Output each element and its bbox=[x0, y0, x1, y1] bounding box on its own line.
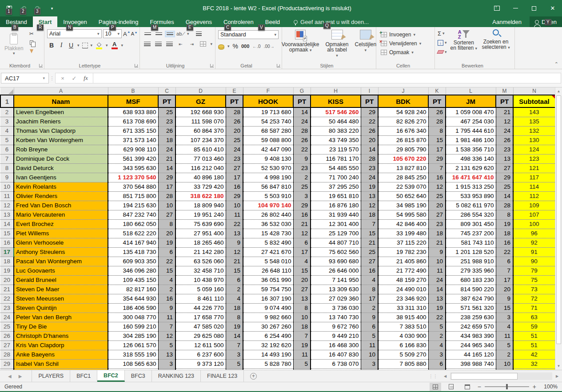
grid-cell-H25[interactable]: 9 672 760 bbox=[311, 322, 361, 331]
grid-cell-A21[interactable]: Steven De Maer bbox=[14, 285, 108, 294]
grid-cell-M11[interactable]: 14 bbox=[496, 191, 513, 201]
grid-cell-B26[interactable]: 304 285 190 bbox=[108, 331, 158, 341]
grid-cell-I3[interactable]: 22 bbox=[361, 117, 378, 126]
grid-cell-K17[interactable]: 9 bbox=[428, 247, 446, 257]
grid-cell-E8[interactable]: 27 bbox=[226, 163, 243, 173]
grid-cell-D8[interactable]: 116 212 040 bbox=[175, 163, 226, 173]
grid-cell-N29[interactable]: 32 bbox=[513, 359, 555, 368]
grid-cell-K7[interactable]: 29 bbox=[428, 154, 446, 163]
uitlijning-dialog-launcher[interactable] bbox=[210, 64, 214, 67]
grid-cell-D9[interactable]: 40 896 180 bbox=[175, 173, 226, 182]
tab-gegevens[interactable]: Gegevens bbox=[180, 16, 218, 27]
column-header-B[interactable]: B bbox=[108, 87, 158, 95]
sheet-tab-bfc2[interactable]: BFC2 bbox=[97, 370, 125, 382]
lettertype-dialog-launcher[interactable] bbox=[135, 64, 138, 67]
underline-dropdown[interactable]: ▾ bbox=[77, 43, 80, 48]
grid-cell-M3[interactable]: 12 bbox=[496, 117, 513, 126]
scroll-down-button[interactable]: ▼ bbox=[555, 362, 562, 370]
grid-cell-G6[interactable]: 22 bbox=[293, 145, 311, 154]
header-cell-D1[interactable]: GZ bbox=[175, 95, 226, 107]
grid-cell-M25[interactable]: 4 bbox=[496, 322, 513, 331]
grid-cell-I2[interactable]: 29 bbox=[361, 107, 378, 117]
grid-cell-E28[interactable]: 3 bbox=[226, 350, 243, 359]
grid-cell-K19[interactable]: 11 bbox=[428, 266, 446, 275]
row-header-7[interactable]: 7 bbox=[0, 154, 14, 163]
merge-center-button[interactable] bbox=[199, 40, 207, 48]
grid-cell-A9[interactable]: Ivan Geentjens bbox=[14, 173, 108, 182]
column-header-K[interactable]: K bbox=[428, 87, 446, 95]
column-header-G[interactable]: G bbox=[293, 87, 311, 95]
zoom-out-button[interactable]: − bbox=[478, 383, 481, 390]
grid-cell-I16[interactable]: 21 bbox=[361, 238, 378, 247]
grid-cell-K4[interactable]: 8 bbox=[428, 126, 446, 135]
paste-button[interactable]: Plakken ▾ bbox=[2, 28, 26, 60]
grid-cell-G4[interactable]: 28 bbox=[293, 126, 311, 135]
grid-cell-L20[interactable]: 680 183 230 bbox=[446, 275, 496, 285]
grid-cell-D21[interactable]: 5 059 160 bbox=[175, 285, 226, 294]
grid-cell-A19[interactable]: Luc Goovaerts bbox=[14, 266, 108, 275]
grid-cell-L28[interactable]: 44 165 120 bbox=[446, 350, 496, 359]
grid-cell-C16[interactable]: 19 bbox=[158, 238, 175, 247]
grid-cell-E4[interactable]: 20 bbox=[226, 126, 243, 135]
grid-cell-K18[interactable]: 10 bbox=[428, 257, 446, 266]
grid-cell-L16[interactable]: 581 743 110 bbox=[446, 238, 496, 247]
font-size-combo[interactable]: 10▾ bbox=[103, 29, 122, 38]
grid-cell-G21[interactable]: 27 bbox=[293, 285, 311, 294]
grid-cell-L29[interactable]: 398 988 740 bbox=[446, 359, 496, 368]
row-header-2[interactable]: 2 bbox=[0, 107, 14, 117]
header-cell-F1[interactable]: HOOK bbox=[243, 95, 293, 107]
grid-cell-E17[interactable]: 12 bbox=[226, 247, 243, 257]
grid-cell-H26[interactable]: 9 449 210 bbox=[311, 331, 361, 341]
grid-cell-N3[interactable]: 135 bbox=[513, 117, 555, 126]
insert-function-button[interactable]: fx bbox=[80, 75, 91, 82]
grid-cell-I12[interactable]: 12 bbox=[361, 201, 378, 210]
row-header-13[interactable]: 13 bbox=[0, 210, 14, 219]
grid-cell-G13[interactable]: 16 bbox=[293, 210, 311, 219]
header-cell-A1[interactable]: Naam bbox=[14, 95, 108, 107]
grid-cell-D24[interactable]: 17 658 770 bbox=[175, 313, 226, 322]
grid-cell-K21[interactable]: 14 bbox=[428, 285, 446, 294]
grid-cell-J10[interactable]: 22 539 070 bbox=[378, 182, 428, 191]
grid-cell-D13[interactable]: 19 951 240 bbox=[175, 210, 226, 219]
grid-cell-C28[interactable]: 13 bbox=[158, 350, 175, 359]
grid-cell-G11[interactable]: 3 bbox=[293, 191, 311, 201]
grid-cell-F29[interactable]: 5 828 780 bbox=[243, 359, 293, 368]
minimize-button[interactable] bbox=[506, 0, 525, 16]
grid-cell-B29[interactable]: 108 565 630 bbox=[108, 359, 158, 368]
fill-color-button[interactable]: ◇ bbox=[95, 41, 103, 49]
grid-cell-M10[interactable]: 25 bbox=[496, 182, 513, 191]
grid-cell-K25[interactable]: 5 bbox=[428, 322, 446, 331]
new-sheet-button[interactable]: + bbox=[244, 370, 263, 382]
header-cell-G1[interactable]: PT bbox=[293, 95, 311, 107]
grid-cell-L17[interactable]: 1 201 128 520 bbox=[446, 247, 496, 257]
grid-cell-C23[interactable]: 9 bbox=[158, 303, 175, 313]
currency-format-button[interactable] bbox=[218, 44, 224, 48]
grid-cell-J14[interactable]: 42 846 400 bbox=[378, 219, 428, 229]
grid-cell-G20[interactable]: 20 bbox=[293, 275, 311, 285]
grid-cell-J3[interactable]: 82 826 270 bbox=[378, 117, 428, 126]
grid-cell-C12[interactable]: 10 bbox=[158, 201, 175, 210]
grid-cell-G18[interactable]: 4 bbox=[293, 257, 311, 266]
grid-cell-M6[interactable]: 23 bbox=[496, 145, 513, 154]
collapse-ribbon-button[interactable]: ⌃ bbox=[554, 61, 558, 67]
grid-cell-A23[interactable]: Steven Quintijn bbox=[14, 303, 108, 313]
header-cell-K1[interactable]: PT bbox=[428, 95, 446, 107]
grid-cell-N15[interactable]: 96 bbox=[513, 229, 555, 238]
grid-cell-H13[interactable]: 31 939 440 bbox=[311, 210, 361, 219]
grid-cell-L25[interactable]: 242 659 570 bbox=[446, 322, 496, 331]
grid-cell-D3[interactable]: 111 598 070 bbox=[175, 117, 226, 126]
normal-view-button[interactable] bbox=[430, 383, 441, 391]
grid-cell-E13[interactable]: 11 bbox=[226, 210, 243, 219]
grid-cell-E14[interactable]: 22 bbox=[226, 219, 243, 229]
grid-cell-C20[interactable]: 4 bbox=[158, 275, 175, 285]
tab-pagina-indeling[interactable]: Pagina-indeling bbox=[93, 16, 144, 27]
grid-cell-K26[interactable]: 2 bbox=[428, 331, 446, 341]
zoom-in-button[interactable]: + bbox=[533, 383, 536, 390]
sheet-nav-left-icon[interactable]: ◀ bbox=[8, 374, 12, 379]
grid-cell-E9[interactable]: 17 bbox=[226, 173, 243, 182]
grid-cell-N22[interactable]: 72 bbox=[513, 294, 555, 303]
orientation-dropdown[interactable]: ▾ bbox=[187, 32, 189, 36]
grid-cell-F5[interactable]: 59 088 800 bbox=[243, 135, 293, 145]
grid-cell-N20[interactable]: 75 bbox=[513, 275, 555, 285]
grid-cell-A22[interactable]: Steven Meeussen bbox=[14, 294, 108, 303]
